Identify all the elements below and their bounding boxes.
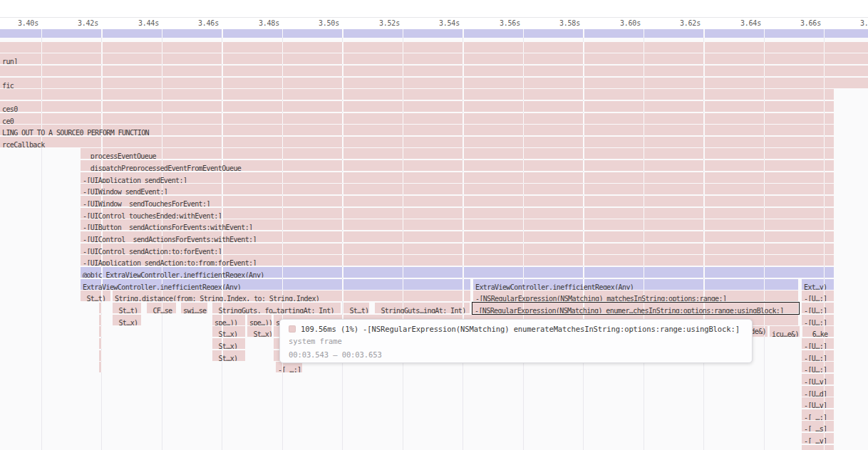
frame-label: String.distance(from: String.Index, to: …: [113, 293, 319, 301]
flame-frame[interactable]: __dispatchPreprocessedEventFromEventQueu…: [81, 160, 834, 171]
flame-frame[interactable]: [0, 42, 868, 53]
flame-frame[interactable]: run]: [0, 53, 868, 64]
time-tick-label: 3.52s: [358, 19, 400, 28]
flame-frame[interactable]: _St…x): [212, 326, 245, 337]
frame-label: _St…x): [212, 329, 238, 337]
frame-label: -[U…v]: [802, 400, 827, 408]
flame-frame[interactable]: _St…x): [247, 326, 272, 337]
tooltip: 109.56ms (1%) -[NSRegularExpression(NSMa…: [279, 319, 753, 363]
frame-label: LING_OUT_TO_A_SOURCE0_PERFORM_FUNCTION__: [0, 127, 157, 135]
frame-label: -[_…:]: [276, 365, 301, 372]
frame-label: -[UIControl _sendActionsForEvents:withEv…: [81, 234, 257, 242]
flame-frame[interactable]: ce0: [0, 113, 834, 124]
flame-frame[interactable]: -[U…:]: [802, 291, 834, 301]
flame-frame[interactable]: _St…t): [343, 303, 369, 313]
flame-frame[interactable]: swi…se: [181, 303, 207, 313]
flame-frame[interactable]: String.distance(from: String.Index, to: …: [113, 291, 470, 301]
flame-frame[interactable]: icu…e&): [770, 326, 800, 337]
frame-label: Ext…y): [802, 282, 827, 290]
flame-frame[interactable]: _St…x): [212, 338, 245, 349]
frame-label: @objc ExtraViewController.inefficientReg…: [81, 270, 264, 278]
flame-frame[interactable]: [0, 66, 868, 76]
flame-frame[interactable]: [99, 362, 102, 372]
time-tick-label: 3.56s: [479, 19, 520, 28]
flame-frame[interactable]: spe…)): [212, 315, 245, 325]
flame-frame-selected[interactable]: -[NSRegularExpression(NSMatching) enumer…: [472, 303, 798, 313]
flame-frame[interactable]: rceCallback: [0, 137, 834, 147]
frame-label: fic: [0, 80, 14, 88]
flame-frame[interactable]: ces0: [0, 101, 834, 112]
frame-label: -[UIControl sendAction:to:forEvent:]: [81, 246, 222, 254]
flame-frame[interactable]: -[_…:]: [276, 362, 302, 372]
tooltip-title: 109.56ms (1%) -[NSRegularExpression(NSMa…: [301, 325, 740, 333]
flame-frame[interactable]: -[U…v]: [802, 374, 834, 384]
time-tick-label: 3.64s: [720, 19, 761, 28]
flame-frame[interactable]: -[_…v]: [802, 433, 834, 444]
flame-frame[interactable]: _CF…se: [147, 303, 176, 313]
flame-frame[interactable]: -[U…v]: [802, 397, 834, 408]
flame-frame[interactable]: @objc ExtraViewController.inefficientReg…: [81, 267, 834, 278]
frame-label-right: de&): [750, 326, 766, 337]
flame-frame[interactable]: -[U…d]: [802, 386, 834, 397]
flame-frame[interactable]: LING_OUT_TO_A_SOURCE0_PERFORM_FUNCTION__: [0, 125, 834, 135]
frame-label: -[NSRegularExpression(NSMatching) enumer…: [472, 305, 784, 313]
flame-frame[interactable]: -[UIControl _sendActionsForEvents:withEv…: [81, 231, 834, 242]
frame-label: ExtraViewController.inefficientRegex(Any…: [81, 282, 241, 290]
flame-frame[interactable]: [0, 29, 868, 38]
flame-frame[interactable]: -[UIWindow sendEvent:]: [81, 184, 834, 194]
flame-frame[interactable]: [99, 326, 102, 337]
flame-frame[interactable]: -[NSRegularExpression(NSMatching) matche…: [473, 291, 798, 301]
flame-frame[interactable]: -[U…:]: [802, 315, 834, 325]
flame-frame[interactable]: -[U…:]: [802, 350, 834, 361]
flame-frame[interactable]: _StringGuts…ingAt: Int): [375, 303, 470, 313]
flame-frame[interactable]: [0, 89, 834, 100]
flame-frame[interactable]: -[_…:]: [802, 409, 834, 420]
flame-frame[interactable]: -[UIButton _sendActionsForEvents:withEve…: [81, 219, 834, 230]
flame-frame[interactable]: _St…x): [113, 315, 141, 325]
flame-frame[interactable]: __processEventQueue: [81, 148, 834, 159]
frame-color-swatch-icon: [289, 325, 296, 333]
flame-frame[interactable]: ExtraViewController.inefficientRegex(Any…: [473, 279, 798, 290]
flame-frame[interactable]: Ext…y): [802, 279, 834, 290]
frame-label: -[U…:]: [802, 293, 827, 301]
flame-frame[interactable]: [99, 350, 102, 361]
flame-frame[interactable]: -[UIWindow _sendTouchesForEvent:]: [81, 196, 834, 206]
flame-frame[interactable]: fic: [0, 78, 868, 88]
flame-frame[interactable]: [802, 445, 834, 450]
time-ruler[interactable]: 3.40s3.42s3.44s3.46s3.48s3.50s3.52s3.54s…: [0, 0, 868, 29]
flame-frame[interactable]: -[UIControl touchesEnded:withEvent:]: [81, 208, 834, 219]
frame-label: _St…t): [81, 293, 106, 301]
flame-frame[interactable]: [99, 338, 102, 349]
frame-label: -[U…v]: [802, 377, 827, 384]
flame-frame[interactable]: [99, 303, 102, 313]
flame-frame[interactable]: -[_…s]: [802, 421, 834, 431]
flame-frame[interactable]: __6…ke: [802, 326, 834, 337]
flame-frame[interactable]: _St…x): [212, 350, 245, 361]
flame-frame[interactable]: _St…t): [81, 291, 110, 301]
frame-label: ce0: [0, 116, 14, 124]
frame-label: -[UIApplication sendEvent:]: [81, 175, 187, 183]
time-tick-label: 3.62s: [659, 19, 701, 28]
flame-frame[interactable]: [99, 315, 102, 325]
flame-frame[interactable]: -[U…:]: [802, 338, 834, 349]
flame-frame[interactable]: -[U…:]: [802, 362, 834, 372]
frame-label: -[NSRegularExpression(NSMatching) matche…: [473, 293, 726, 301]
flame-frame[interactable]: -[UIApplication sendAction:to:from:forEv…: [81, 255, 834, 266]
frame-label: -[UIControl touchesEnded:withEvent:]: [81, 211, 222, 219]
flame-frame[interactable]: -[U…:]: [802, 303, 834, 313]
flame-chart: run]ficces0ce0LING_OUT_TO_A_SOURCE0_PERF…: [0, 0, 868, 450]
flame-frame[interactable]: -[UIApplication sendEvent:]: [81, 172, 834, 183]
flame-frame[interactable]: -[UIControl sendAction:to:forEvent:]: [81, 244, 834, 254]
frame-label: -[_…s]: [802, 424, 827, 431]
frame-label: _StringGuts._fo…tartingAt: Int): [212, 305, 334, 313]
time-tick-label: 3.42s: [57, 19, 98, 28]
frame-label: -[U…d]: [802, 389, 827, 397]
flame-frame[interactable]: spe…)): [247, 315, 272, 325]
frame-label: _St…t): [113, 305, 138, 313]
frame-label: _St…x): [212, 353, 238, 361]
frame-label: -[U…:]: [802, 318, 827, 325]
frame-label: -[U…:]: [802, 305, 827, 313]
flame-frame[interactable]: ExtraViewController.inefficientRegex(Any…: [81, 279, 470, 290]
flame-frame[interactable]: _St…t): [113, 303, 141, 313]
flame-frame[interactable]: _StringGuts._fo…tartingAt: Int): [212, 303, 341, 313]
